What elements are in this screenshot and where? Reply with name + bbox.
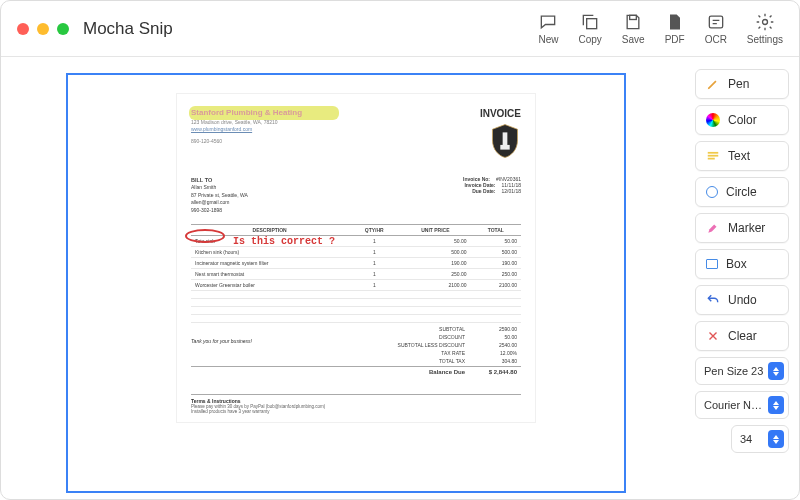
svg-rect-8 bbox=[708, 158, 715, 160]
clear-button[interactable]: Clear bbox=[695, 321, 789, 351]
box-tool-button[interactable]: Box bbox=[695, 249, 789, 279]
marker-tool-button[interactable]: Marker bbox=[695, 213, 789, 243]
stepper-icon[interactable] bbox=[768, 362, 784, 380]
document-icon bbox=[665, 12, 685, 32]
bill-to-email: allen@gmail.com bbox=[191, 199, 248, 207]
bill-to-address: 87 Private st, Seattle, WA bbox=[191, 192, 248, 200]
ocr-button[interactable]: OCR bbox=[705, 12, 727, 45]
canvas-wrapper: Is this correct ? Stanford Plumbing & He… bbox=[1, 57, 691, 499]
bill-to-label: BILL TO bbox=[191, 176, 248, 184]
company-name: Stanford Plumbing & Heating bbox=[191, 108, 302, 117]
totals-block: SUBTOTAL2590.00 DISCOUNT50.00 SUBTOTAL L… bbox=[191, 325, 521, 376]
text-icon bbox=[706, 149, 720, 163]
text-tool-button[interactable]: Text bbox=[695, 141, 789, 171]
copy-button[interactable]: Copy bbox=[578, 12, 601, 45]
svg-rect-6 bbox=[708, 152, 719, 154]
table-row: Nest smart thermostat1250.00250.00 bbox=[191, 269, 521, 280]
undo-icon bbox=[706, 293, 720, 307]
close-window-button[interactable] bbox=[17, 23, 29, 35]
text-annotation[interactable]: Is this correct ? bbox=[233, 236, 335, 247]
font-size-select[interactable]: 34 bbox=[731, 425, 789, 453]
save-button[interactable]: Save bbox=[622, 12, 645, 45]
clear-icon bbox=[706, 329, 720, 343]
new-button[interactable]: New bbox=[538, 12, 558, 45]
copy-icon bbox=[580, 12, 600, 32]
invoice-document: Is this correct ? Stanford Plumbing & He… bbox=[176, 93, 536, 423]
company-phone: 890-120-4560 bbox=[191, 138, 302, 144]
marker-icon bbox=[706, 221, 720, 235]
gear-icon bbox=[755, 12, 775, 32]
circle-tool-button[interactable]: Circle bbox=[695, 177, 789, 207]
pdf-button[interactable]: PDF bbox=[665, 12, 685, 45]
titlebar: Mocha Snip New Copy Save PDF OCR Setting… bbox=[1, 1, 799, 57]
svg-rect-0 bbox=[587, 19, 597, 29]
svg-rect-5 bbox=[500, 145, 509, 150]
color-tool-button[interactable]: Color bbox=[695, 105, 789, 135]
undo-button[interactable]: Undo bbox=[695, 285, 789, 315]
minimize-window-button[interactable] bbox=[37, 23, 49, 35]
company-address: 123 Madison drive, Seattle, WA, 78210 bbox=[191, 119, 302, 125]
top-toolbar: New Copy Save PDF OCR Settings bbox=[538, 12, 783, 45]
svg-rect-4 bbox=[503, 132, 508, 146]
color-wheel-icon bbox=[706, 113, 720, 127]
chat-bubble-icon bbox=[538, 12, 558, 32]
ocr-icon bbox=[706, 12, 726, 32]
window-controls bbox=[17, 23, 69, 35]
font-family-select[interactable]: Courier N… bbox=[695, 391, 789, 419]
save-icon bbox=[623, 12, 643, 32]
pen-tool-button[interactable]: Pen bbox=[695, 69, 789, 99]
bill-to-name: Allan Smith bbox=[191, 184, 248, 192]
terms-block: Terms & Instructions Please pay within 3… bbox=[191, 394, 521, 414]
company-logo-shield-icon bbox=[489, 123, 521, 159]
table-row: Kitchen sink (hours)1500.00500.00 bbox=[191, 247, 521, 258]
circle-icon bbox=[706, 186, 718, 198]
zoom-window-button[interactable] bbox=[57, 23, 69, 35]
box-icon bbox=[706, 259, 718, 269]
pen-size-select[interactable]: Pen Size 23 bbox=[695, 357, 789, 385]
main-area: Is this correct ? Stanford Plumbing & He… bbox=[1, 57, 799, 499]
table-row: Incinerator magnetic system filter1190.0… bbox=[191, 258, 521, 269]
svg-point-3 bbox=[762, 20, 767, 25]
table-row: Worcester Greenstar boiler12100.002100.0… bbox=[191, 280, 521, 291]
svg-rect-2 bbox=[709, 16, 722, 28]
stepper-icon[interactable] bbox=[768, 396, 784, 414]
stepper-icon[interactable] bbox=[768, 430, 784, 448]
settings-button[interactable]: Settings bbox=[747, 12, 783, 45]
invoice-title: INVOICE bbox=[480, 108, 521, 119]
canvas[interactable]: Is this correct ? Stanford Plumbing & He… bbox=[66, 73, 626, 493]
svg-rect-1 bbox=[630, 15, 637, 19]
company-website: www.plumbingstanford.com bbox=[191, 126, 302, 132]
oval-annotation[interactable] bbox=[185, 229, 225, 243]
bill-to-phone: 990-302-1898 bbox=[191, 207, 248, 215]
tool-sidebar: Pen Color Text Circle Marker Box Undo C bbox=[691, 57, 799, 499]
pen-icon bbox=[706, 77, 720, 91]
app-title: Mocha Snip bbox=[83, 19, 173, 39]
thank-you-note: Tank you for your business! bbox=[191, 338, 252, 344]
svg-rect-7 bbox=[708, 155, 719, 157]
